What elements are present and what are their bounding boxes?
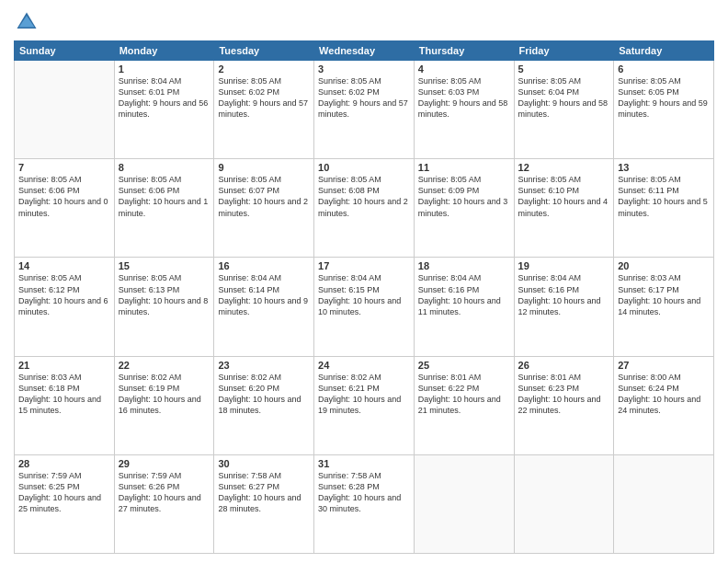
day-number: 15	[119, 260, 210, 271]
week-row: 1Sunrise: 8:04 AMSunset: 6:01 PMDaylight…	[15, 61, 714, 159]
day-info: Sunrise: 8:05 AMSunset: 6:06 PMDaylight:…	[119, 174, 210, 219]
day-info: Sunrise: 8:05 AMSunset: 6:05 PMDaylight:…	[618, 75, 710, 121]
day-info: Sunrise: 7:58 AMSunset: 6:27 PMDaylight:…	[218, 470, 310, 515]
calendar-cell: 23Sunrise: 8:02 AMSunset: 6:20 PMDayligh…	[214, 356, 314, 454]
calendar-cell: 12Sunrise: 8:05 AMSunset: 6:10 PMDayligh…	[514, 159, 614, 258]
day-info: Sunrise: 8:04 AMSunset: 6:16 PMDaylight:…	[518, 272, 610, 317]
day-info: Sunrise: 8:05 AMSunset: 6:07 PMDaylight:…	[218, 174, 310, 219]
day-number: 8	[119, 162, 210, 173]
calendar-cell: 27Sunrise: 8:00 AMSunset: 6:24 PMDayligh…	[614, 356, 714, 454]
day-info: Sunrise: 8:04 AMSunset: 6:16 PMDaylight:…	[418, 272, 510, 317]
day-number: 31	[318, 458, 410, 469]
day-of-week-header: Saturday	[614, 41, 714, 61]
day-info: Sunrise: 8:05 AMSunset: 6:12 PMDaylight:…	[18, 272, 110, 317]
day-number: 19	[518, 260, 610, 271]
logo	[14, 9, 43, 35]
calendar-cell: 24Sunrise: 8:02 AMSunset: 6:21 PMDayligh…	[314, 356, 415, 454]
calendar-cell: 6Sunrise: 8:05 AMSunset: 6:05 PMDaylight…	[614, 61, 714, 159]
calendar: SundayMondayTuesdayWednesdayThursdayFrid…	[14, 40, 714, 554]
day-info: Sunrise: 8:01 AMSunset: 6:22 PMDaylight:…	[418, 372, 510, 417]
day-number: 13	[618, 162, 710, 173]
calendar-cell: 30Sunrise: 7:58 AMSunset: 6:27 PMDayligh…	[214, 454, 314, 553]
day-number: 4	[418, 63, 510, 75]
calendar-cell	[514, 454, 614, 553]
week-row: 14Sunrise: 8:05 AMSunset: 6:12 PMDayligh…	[15, 258, 714, 356]
calendar-cell: 8Sunrise: 8:05 AMSunset: 6:06 PMDaylight…	[114, 159, 214, 258]
day-info: Sunrise: 8:05 AMSunset: 6:08 PMDaylight:…	[318, 174, 410, 219]
day-info: Sunrise: 8:01 AMSunset: 6:23 PMDaylight:…	[518, 372, 610, 417]
calendar-cell: 31Sunrise: 7:58 AMSunset: 6:28 PMDayligh…	[314, 454, 415, 553]
day-info: Sunrise: 8:05 AMSunset: 6:09 PMDaylight:…	[418, 174, 510, 219]
day-info: Sunrise: 8:02 AMSunset: 6:21 PMDaylight:…	[318, 372, 410, 417]
calendar-cell: 19Sunrise: 8:04 AMSunset: 6:16 PMDayligh…	[514, 258, 614, 356]
calendar-cell: 7Sunrise: 8:05 AMSunset: 6:06 PMDaylight…	[15, 159, 115, 258]
calendar-cell	[15, 61, 115, 159]
day-info: Sunrise: 8:05 AMSunset: 6:10 PMDaylight:…	[518, 174, 610, 219]
calendar-cell: 4Sunrise: 8:05 AMSunset: 6:03 PMDaylight…	[414, 61, 514, 159]
calendar-cell: 25Sunrise: 8:01 AMSunset: 6:22 PMDayligh…	[414, 356, 514, 454]
day-number: 29	[119, 458, 210, 469]
calendar-cell: 5Sunrise: 8:05 AMSunset: 6:04 PMDaylight…	[514, 61, 614, 159]
day-info: Sunrise: 8:03 AMSunset: 6:17 PMDaylight:…	[618, 272, 710, 317]
day-of-week-header: Friday	[514, 41, 614, 61]
day-info: Sunrise: 8:05 AMSunset: 6:02 PMDaylight:…	[318, 75, 410, 121]
calendar-cell: 29Sunrise: 7:59 AMSunset: 6:26 PMDayligh…	[114, 454, 214, 553]
day-number: 12	[518, 162, 610, 173]
calendar-cell: 10Sunrise: 8:05 AMSunset: 6:08 PMDayligh…	[314, 159, 415, 258]
calendar-cell: 17Sunrise: 8:04 AMSunset: 6:15 PMDayligh…	[314, 258, 415, 356]
calendar-cell	[614, 454, 714, 553]
calendar-cell: 22Sunrise: 8:02 AMSunset: 6:19 PMDayligh…	[114, 356, 214, 454]
day-number: 17	[318, 260, 410, 271]
day-of-week-header: Thursday	[414, 41, 514, 61]
calendar-cell: 11Sunrise: 8:05 AMSunset: 6:09 PMDayligh…	[414, 159, 514, 258]
day-number: 14	[18, 260, 110, 271]
day-of-week-header: Tuesday	[214, 41, 314, 61]
calendar-cell: 20Sunrise: 8:03 AMSunset: 6:17 PMDayligh…	[614, 258, 714, 356]
day-info: Sunrise: 8:05 AMSunset: 6:11 PMDaylight:…	[618, 174, 710, 219]
day-number: 24	[318, 360, 410, 371]
day-number: 26	[518, 360, 610, 371]
calendar-table: SundayMondayTuesdayWednesdayThursdayFrid…	[14, 40, 714, 554]
day-number: 3	[318, 63, 410, 75]
calendar-cell: 1Sunrise: 8:04 AMSunset: 6:01 PMDaylight…	[114, 61, 214, 159]
day-info: Sunrise: 8:02 AMSunset: 6:19 PMDaylight:…	[119, 372, 210, 417]
day-number: 20	[618, 260, 710, 271]
day-info: Sunrise: 8:05 AMSunset: 6:02 PMDaylight:…	[218, 75, 310, 121]
day-info: Sunrise: 8:04 AMSunset: 6:14 PMDaylight:…	[218, 272, 310, 317]
logo-icon	[14, 9, 40, 35]
day-info: Sunrise: 7:59 AMSunset: 6:25 PMDaylight:…	[18, 470, 110, 515]
day-of-week-header: Monday	[114, 41, 214, 61]
day-info: Sunrise: 8:05 AMSunset: 6:06 PMDaylight:…	[18, 174, 110, 219]
day-number: 1	[119, 63, 210, 75]
day-number: 9	[218, 162, 310, 173]
calendar-cell: 18Sunrise: 8:04 AMSunset: 6:16 PMDayligh…	[414, 258, 514, 356]
day-number: 28	[18, 458, 110, 469]
day-number: 18	[418, 260, 510, 271]
calendar-cell: 3Sunrise: 8:05 AMSunset: 6:02 PMDaylight…	[314, 61, 415, 159]
day-info: Sunrise: 8:05 AMSunset: 6:13 PMDaylight:…	[119, 272, 210, 317]
calendar-cell: 16Sunrise: 8:04 AMSunset: 6:14 PMDayligh…	[214, 258, 314, 356]
calendar-cell: 26Sunrise: 8:01 AMSunset: 6:23 PMDayligh…	[514, 356, 614, 454]
week-row: 28Sunrise: 7:59 AMSunset: 6:25 PMDayligh…	[15, 454, 714, 553]
header	[14, 9, 714, 35]
day-info: Sunrise: 8:03 AMSunset: 6:18 PMDaylight:…	[18, 372, 110, 417]
day-number: 10	[318, 162, 410, 173]
day-info: Sunrise: 8:05 AMSunset: 6:03 PMDaylight:…	[418, 75, 510, 121]
day-info: Sunrise: 8:00 AMSunset: 6:24 PMDaylight:…	[618, 372, 710, 417]
calendar-cell: 2Sunrise: 8:05 AMSunset: 6:02 PMDaylight…	[214, 61, 314, 159]
day-number: 2	[218, 63, 310, 75]
day-number: 30	[218, 458, 310, 469]
day-number: 23	[218, 360, 310, 371]
calendar-cell: 14Sunrise: 8:05 AMSunset: 6:12 PMDayligh…	[15, 258, 115, 356]
day-number: 6	[618, 63, 710, 75]
week-row: 21Sunrise: 8:03 AMSunset: 6:18 PMDayligh…	[15, 356, 714, 454]
calendar-cell: 28Sunrise: 7:59 AMSunset: 6:25 PMDayligh…	[15, 454, 115, 553]
day-info: Sunrise: 8:02 AMSunset: 6:20 PMDaylight:…	[218, 372, 310, 417]
day-number: 16	[218, 260, 310, 271]
page: SundayMondayTuesdayWednesdayThursdayFrid…	[0, 0, 728, 563]
calendar-cell: 9Sunrise: 8:05 AMSunset: 6:07 PMDaylight…	[214, 159, 314, 258]
day-info: Sunrise: 8:05 AMSunset: 6:04 PMDaylight:…	[518, 75, 610, 121]
calendar-cell: 13Sunrise: 8:05 AMSunset: 6:11 PMDayligh…	[614, 159, 714, 258]
day-info: Sunrise: 7:59 AMSunset: 6:26 PMDaylight:…	[119, 470, 210, 515]
day-number: 25	[418, 360, 510, 371]
